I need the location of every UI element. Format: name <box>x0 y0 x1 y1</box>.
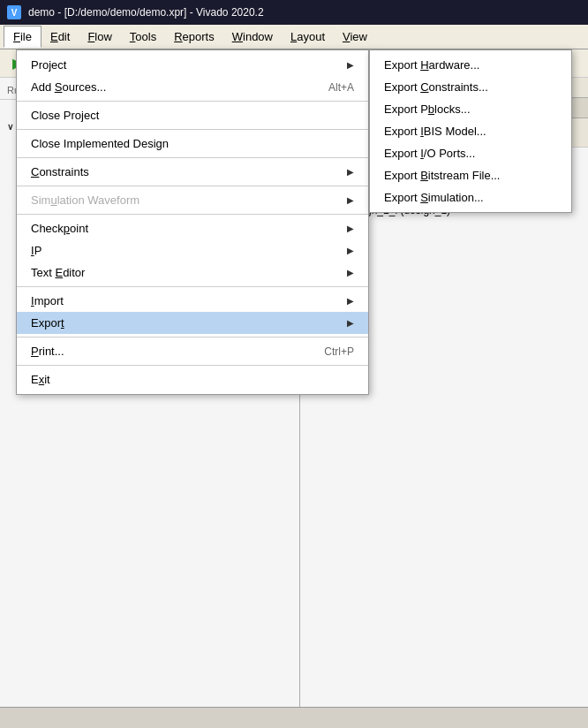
export-bitstream-underline: B <box>420 169 428 182</box>
export-io-underline: I <box>420 147 424 160</box>
submenu-export-simulation[interactable]: Export Simulation... <box>370 186 571 209</box>
app-icon: V <box>7 5 21 19</box>
sim-waveform-arrow: ▶ <box>347 195 354 205</box>
menu-checkpoint[interactable]: Checkpoint ▶ <box>17 217 368 239</box>
checkpoint-arrow: ▶ <box>347 224 354 233</box>
checkpoint-label: Checkpoint <box>31 222 340 235</box>
menu-tools[interactable]: Tools <box>121 27 165 47</box>
menu-sim-waveform: Simulation Waveform ▶ <box>17 189 368 211</box>
text-editor-arrow: ▶ <box>347 268 354 277</box>
constraints-label: Constraints <box>31 165 340 178</box>
status-bar <box>0 707 588 728</box>
text-editor-label: Text Editor <box>31 266 340 279</box>
close-impl-label: Close Implemented Design <box>31 137 354 150</box>
menu-constraints[interactable]: Constraints ▶ <box>17 161 368 183</box>
menu-close-project[interactable]: Close Project <box>17 104 368 126</box>
menu-export[interactable]: Export ▶ <box>17 312 368 334</box>
menu-edit[interactable]: Edit <box>41 27 79 47</box>
export-arrow: ▶ <box>347 318 354 328</box>
constraints-arrow: ▶ <box>347 167 354 177</box>
menu-text-editor[interactable]: Text Editor ▶ <box>17 262 368 284</box>
export-hardware-underline: H <box>420 58 428 72</box>
import-arrow: ▶ <box>347 296 354 306</box>
sep8 <box>17 365 368 366</box>
menu-file[interactable]: File <box>4 26 41 48</box>
menu-reports[interactable]: Reports <box>165 27 223 47</box>
menu-add-sources[interactable]: Add Sources... Alt+A <box>17 76 368 98</box>
sep2 <box>17 129 368 130</box>
submenu-export-hardware[interactable]: Export Hardware... <box>370 54 571 76</box>
export-submenu: Export Hardware... Export Constraints...… <box>369 49 572 213</box>
menu-window[interactable]: Window <box>223 27 282 47</box>
menu-print[interactable]: Print... Ctrl+P <box>17 340 368 362</box>
sim-waveform-label: Simulation Waveform <box>31 193 340 207</box>
submenu-export-bitstream[interactable]: Export Bitstream File... <box>370 164 571 186</box>
export-constraints-underline: C <box>420 80 428 94</box>
menu-exit[interactable]: Exit <box>17 368 368 391</box>
menu-view[interactable]: View <box>334 27 376 47</box>
print-shortcut: Ctrl+P <box>324 345 354 358</box>
file-menu: Project ▶ Add Sources... Alt+A Close Pro… <box>16 49 369 395</box>
submenu-export-io[interactable]: Export I/O Ports... <box>370 142 571 164</box>
sep1 <box>17 101 368 102</box>
export-label: Export <box>31 316 340 330</box>
print-label: Print... <box>31 345 306 358</box>
submenu-export-constraints[interactable]: Export Constraints... <box>370 76 571 98</box>
project-arrow: ▶ <box>347 60 354 70</box>
export-pblocks-underline: b <box>428 102 434 116</box>
menu-close-impl[interactable]: Close Implemented Design <box>17 133 368 155</box>
sep4 <box>17 186 368 186</box>
menu-bar: File Edit Flow Tools Reports Window Layo… <box>0 25 588 49</box>
menu-ip[interactable]: IP ▶ <box>17 239 368 262</box>
project-label: Project <box>31 58 340 72</box>
ip-arrow: ▶ <box>347 246 354 255</box>
menu-project[interactable]: Project ▶ <box>17 54 368 76</box>
sep3 <box>17 157 368 158</box>
add-sources-label: Add Sources... <box>31 80 311 94</box>
export-simulation-underline: S <box>420 191 428 204</box>
menu-import[interactable]: Import ▶ <box>17 290 368 312</box>
sep7 <box>17 337 368 337</box>
submenu-export-pblocks[interactable]: Export Pblocks... <box>370 98 571 120</box>
sep5 <box>17 214 368 215</box>
title-text: demo - [D:/demo/demo/demo.xpr] - Vivado … <box>28 6 264 19</box>
ip-label: IP <box>31 244 340 257</box>
close-project-label: Close Project <box>31 109 354 122</box>
sep6 <box>17 286 368 287</box>
exit-label: Exit <box>31 373 354 386</box>
menu-flow[interactable]: Flow <box>79 27 120 47</box>
import-label: Import <box>31 294 340 307</box>
submenu-export-ibis[interactable]: Export IBIS Model... <box>370 120 571 142</box>
menu-layout[interactable]: Layout <box>282 27 334 47</box>
export-ibis-underline: I <box>420 125 424 138</box>
title-bar: V demo - [D:/demo/demo/demo.xpr] - Vivad… <box>0 0 588 25</box>
add-sources-shortcut: Alt+A <box>328 81 354 94</box>
